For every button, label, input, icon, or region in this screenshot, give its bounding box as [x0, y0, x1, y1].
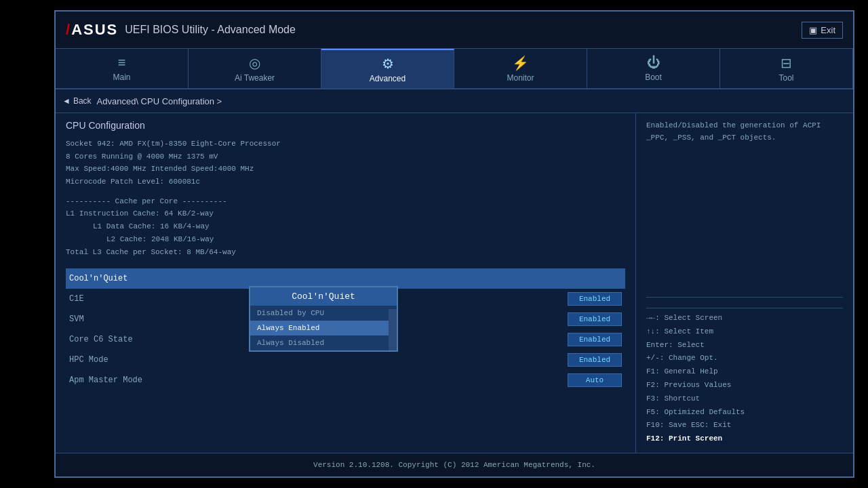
asus-logo: /ASUS	[66, 21, 118, 39]
breadcrumb-path: Advanced\ CPU Configuration >	[97, 96, 222, 106]
dropdown-title: Cool'n'Quiet	[250, 287, 397, 306]
key-help: →←: Select Screen ↑↓: Select Item Enter:…	[646, 312, 843, 446]
tab-boot[interactable]: ⏻ Boot	[587, 49, 720, 88]
section-title: CPU Configuration	[66, 120, 625, 131]
tab-monitor[interactable]: ⚡ Monitor	[454, 49, 587, 88]
boot-icon: ⏻	[647, 55, 660, 70]
cache-section: ---------- Cache per Core ---------- L1 …	[66, 195, 625, 258]
help-text: Enabled/Disabled the generation of ACPI …	[646, 120, 843, 298]
main-icon: ≡	[118, 55, 126, 70]
back-icon: ◄	[62, 96, 71, 106]
cpu-info: Socket 942: AMD FX(tm)-8350 Eight-Core P…	[66, 138, 625, 188]
header-title: UEFI BIOS Utility - Advanced Mode	[125, 24, 802, 36]
back-button[interactable]: ◄ Back	[62, 96, 92, 106]
header-bar: /ASUS UEFI BIOS Utility - Advanced Mode …	[56, 12, 853, 49]
nav-tabs: ≡ Main ◎ Ai Tweaker ⚙ Advanced ⚡ Monitor…	[56, 49, 853, 89]
ai-tweaker-icon: ◎	[249, 55, 260, 71]
tab-advanced[interactable]: ⚙ Advanced	[321, 49, 454, 88]
exit-icon: ▣	[809, 25, 817, 35]
dropdown-option-disabled-by-cpu[interactable]: Disabled by CPU	[250, 306, 397, 321]
dropdown-option-always-enabled[interactable]: Always Enabled	[250, 321, 397, 336]
dropdown-option-always-disabled[interactable]: Always Disabled	[250, 336, 397, 350]
tab-tool[interactable]: ⊟ Tool	[720, 49, 853, 88]
dropdown-scrollbar[interactable]	[389, 309, 397, 350]
advanced-icon: ⚙	[382, 56, 394, 72]
right-panel: Enabled/Disabled the generation of ACPI …	[636, 113, 853, 453]
footer-bar: Version 2.10.1208. Copyright (C) 2012 Am…	[56, 453, 853, 476]
monitor-icon: ⚡	[512, 55, 529, 71]
main-content: CPU Configuration Socket 942: AMD FX(tm)…	[56, 113, 853, 453]
exit-button[interactable]: ▣ Exit	[802, 22, 843, 39]
setting-row-hpc[interactable]: HPC Mode Enabled	[66, 350, 625, 370]
breadcrumb-bar: ◄ Back Advanced\ CPU Configuration >	[56, 89, 853, 113]
bios-frame: /ASUS UEFI BIOS Utility - Advanced Mode …	[54, 10, 854, 478]
tab-ai-tweaker[interactable]: ◎ Ai Tweaker	[189, 49, 321, 88]
version-text: Version 2.10.1208. Copyright (C) 2012 Am…	[313, 461, 595, 469]
tab-main[interactable]: ≡ Main	[56, 49, 189, 88]
left-panel: CPU Configuration Socket 942: AMD FX(tm)…	[56, 113, 636, 453]
setting-row-apm[interactable]: Apm Master Mode Auto	[66, 370, 625, 390]
tool-icon: ⊟	[781, 55, 792, 71]
divider	[646, 308, 843, 308]
coolnquiet-dropdown: Cool'n'Quiet Disabled by CPU Always Enab…	[249, 286, 398, 352]
